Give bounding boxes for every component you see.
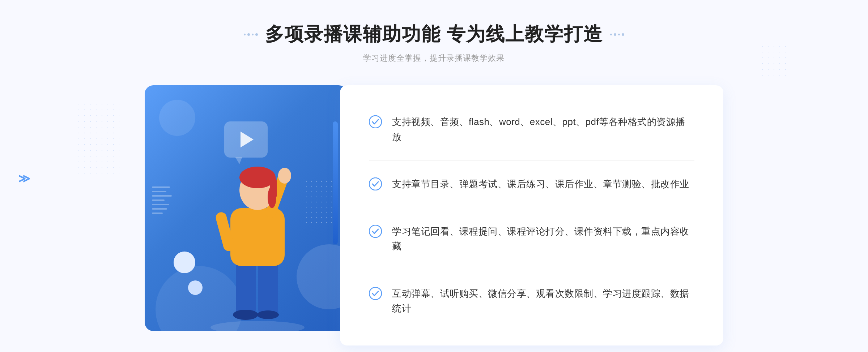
check-icon-4 bbox=[369, 287, 382, 300]
feature-item-3: 学习笔记回看、课程提问、课程评论打分、课件资料下载，重点内容收藏 bbox=[369, 218, 694, 261]
page-subtitle: 学习进度全掌握，提升录播课教学效果 bbox=[244, 53, 624, 64]
small-circle-2 bbox=[188, 280, 203, 295]
dot-5 bbox=[610, 34, 612, 35]
illus-circle-3 bbox=[159, 100, 195, 136]
dot-pattern-right bbox=[760, 43, 788, 80]
dot-7 bbox=[618, 34, 620, 35]
svg-point-14 bbox=[369, 178, 382, 190]
dot-pattern-left bbox=[76, 101, 119, 173]
svg-point-11 bbox=[268, 186, 276, 208]
small-circle-1 bbox=[174, 252, 195, 273]
illustration-panel bbox=[145, 85, 347, 331]
svg-point-16 bbox=[369, 287, 382, 300]
svg-point-12 bbox=[210, 321, 305, 331]
feature-item-1: 支持视频、音频、flash、word、excel、ppt、pdf等各种格式的资源… bbox=[369, 108, 694, 151]
divider-3 bbox=[369, 270, 694, 270]
feature-item-4: 互动弹幕、试听购买、微信分享、观看次数限制、学习进度跟踪、数据统计 bbox=[369, 280, 694, 323]
human-figure-illustration bbox=[200, 150, 315, 331]
header-dots-right bbox=[610, 33, 624, 36]
header-dots-left bbox=[244, 33, 258, 36]
divider-2 bbox=[369, 208, 694, 208]
feature-text-3: 学习笔记回看、课程提问、课程评论打分、课件资料下载，重点内容收藏 bbox=[392, 224, 694, 254]
svg-point-7 bbox=[278, 168, 291, 184]
feature-text-2: 支持章节目录、弹题考试、课后练习、课后作业、章节测验、批改作业 bbox=[392, 177, 689, 192]
dot-1 bbox=[244, 34, 246, 35]
svg-rect-0 bbox=[236, 259, 256, 317]
content-panel: 支持视频、音频、flash、word、excel、ppt、pdf等各种格式的资源… bbox=[340, 85, 723, 345]
dot-6 bbox=[614, 33, 616, 36]
dot-3 bbox=[252, 34, 254, 35]
check-icon-3 bbox=[369, 225, 382, 238]
svg-point-2 bbox=[233, 310, 258, 320]
svg-point-15 bbox=[369, 225, 382, 237]
check-icon-1 bbox=[369, 115, 382, 128]
play-triangle-icon bbox=[241, 132, 254, 147]
feature-text-1: 支持视频、音频、flash、word、excel、ppt、pdf等各种格式的资源… bbox=[392, 115, 694, 145]
dot-8 bbox=[622, 33, 624, 36]
chevron-decoration: ≫ bbox=[18, 172, 30, 185]
dot-2 bbox=[247, 33, 250, 36]
page-wrapper: ≫ 多项录播课辅助功能 专为线上教学打造 学习进度全掌握，提升录播课教学效果 bbox=[0, 0, 868, 352]
feature-text-4: 互动弹幕、试听购买、微信分享、观看次数限制、学习进度跟踪、数据统计 bbox=[392, 286, 694, 316]
svg-rect-1 bbox=[258, 259, 278, 317]
svg-rect-4 bbox=[230, 208, 285, 266]
svg-point-3 bbox=[257, 310, 279, 319]
header-section: 多项录播课辅助功能 专为线上教学打造 学习进度全掌握，提升录播课教学效果 bbox=[244, 22, 624, 64]
divider-1 bbox=[369, 160, 694, 161]
check-icon-2 bbox=[369, 177, 382, 190]
stripe-decoration bbox=[152, 186, 174, 223]
main-content: 支持视频、音频、flash、word、excel、ppt、pdf等各种格式的资源… bbox=[145, 85, 723, 345]
svg-point-13 bbox=[369, 116, 382, 128]
dot-4 bbox=[255, 33, 258, 36]
header-decoration: 多项录播课辅助功能 专为线上教学打造 bbox=[244, 22, 624, 47]
feature-item-2: 支持章节目录、弹题考试、课后练习、课后作业、章节测验、批改作业 bbox=[369, 170, 694, 198]
page-title: 多项录播课辅助功能 专为线上教学打造 bbox=[265, 22, 603, 47]
panel-accent bbox=[333, 121, 338, 244]
